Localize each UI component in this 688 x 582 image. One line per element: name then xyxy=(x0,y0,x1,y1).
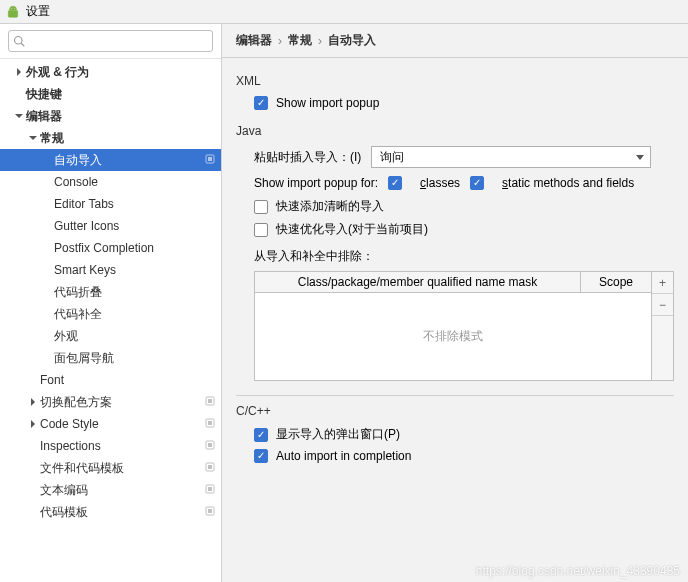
spacer xyxy=(28,507,38,517)
tree-item-label: Code Style xyxy=(40,417,201,431)
spacer xyxy=(14,89,24,99)
tree-item-label: 代码模板 xyxy=(40,504,201,521)
tree-item-label: 面包屑导航 xyxy=(54,350,215,367)
remove-exclude-button[interactable]: − xyxy=(652,294,673,316)
spacer xyxy=(28,441,38,451)
svg-point-0 xyxy=(11,8,12,9)
tree-item[interactable]: Code Style xyxy=(0,413,221,435)
breadcrumb-item: 自动导入 xyxy=(328,32,376,49)
paste-insert-imports-label: 粘贴时插入导入：(I) xyxy=(254,149,361,166)
tree-item-label: 常规 xyxy=(40,130,215,147)
project-scope-icon xyxy=(205,395,215,409)
breadcrumb-item[interactable]: 编辑器 xyxy=(236,32,272,49)
spacer xyxy=(42,265,52,275)
tree-item-label: 代码补全 xyxy=(54,306,215,323)
tree-item[interactable]: 外观 & 行为 xyxy=(0,61,221,83)
chevron-right-icon: › xyxy=(278,34,282,48)
xml-show-import-popup-checkbox[interactable] xyxy=(254,96,268,110)
svg-point-2 xyxy=(15,37,23,45)
tree-item-label: Console xyxy=(54,175,215,189)
tree-item[interactable]: 外观 xyxy=(0,325,221,347)
spacer xyxy=(42,287,52,297)
svg-rect-9 xyxy=(208,421,212,425)
tree-item[interactable]: 代码补全 xyxy=(0,303,221,325)
tree-item[interactable]: Editor Tabs xyxy=(0,193,221,215)
spacer xyxy=(42,177,52,187)
spacer xyxy=(28,485,38,495)
tree-item-label: 自动导入 xyxy=(54,152,201,169)
static-methods-checkbox[interactable] xyxy=(470,176,484,190)
table-col-scope[interactable]: Scope xyxy=(581,272,651,292)
ccpp-show-popup-label: 显示导入的弹出窗口(P) xyxy=(276,426,400,443)
spacer xyxy=(28,375,38,385)
spacer xyxy=(42,353,52,363)
exclude-table: Class/package/member qualified name mask… xyxy=(254,271,652,381)
chevron-right-icon xyxy=(28,419,38,429)
android-icon xyxy=(6,5,20,19)
spacer xyxy=(28,463,38,473)
svg-point-1 xyxy=(14,8,15,9)
tree-item[interactable]: Gutter Icons xyxy=(0,215,221,237)
static-methods-label: static methods and fields xyxy=(502,176,634,190)
project-scope-icon xyxy=(205,417,215,431)
svg-rect-5 xyxy=(208,157,212,161)
select-value: 询问 xyxy=(380,149,404,166)
tree-item-label: Editor Tabs xyxy=(54,197,215,211)
tree-item[interactable]: 代码模板 xyxy=(0,501,221,523)
add-unambiguous-checkbox[interactable] xyxy=(254,200,268,214)
chevron-right-icon xyxy=(28,397,38,407)
tree-item[interactable]: Console xyxy=(0,171,221,193)
watermark: https://blog.csdn.net/weixin_43390435 xyxy=(476,564,680,578)
tree-item[interactable]: 面包屑导航 xyxy=(0,347,221,369)
tree-item-label: 编辑器 xyxy=(26,108,215,125)
main-panel: 编辑器 › 常规 › 自动导入 XML Show import popup Ja… xyxy=(222,24,688,582)
tree-item[interactable]: 代码折叠 xyxy=(0,281,221,303)
paste-insert-imports-select[interactable]: 询问 xyxy=(371,146,651,168)
svg-rect-11 xyxy=(208,443,212,447)
breadcrumb-item[interactable]: 常规 xyxy=(288,32,312,49)
svg-rect-17 xyxy=(208,509,212,513)
tree-item[interactable]: 编辑器 xyxy=(0,105,221,127)
table-col-name[interactable]: Class/package/member qualified name mask xyxy=(255,272,581,292)
spacer xyxy=(42,331,52,341)
tree-item[interactable]: 快捷键 xyxy=(0,83,221,105)
chevron-right-icon xyxy=(14,67,24,77)
search-icon xyxy=(13,35,25,47)
tree-item-label: Gutter Icons xyxy=(54,219,215,233)
chevron-down-icon xyxy=(14,111,24,121)
add-exclude-button[interactable]: + xyxy=(652,272,673,294)
tree-item[interactable]: Smart Keys xyxy=(0,259,221,281)
tree-item[interactable]: 文本编码 xyxy=(0,479,221,501)
tree-item-label: 外观 & 行为 xyxy=(26,64,215,81)
classes-checkbox[interactable] xyxy=(388,176,402,190)
optimize-imports-checkbox[interactable] xyxy=(254,223,268,237)
search-input[interactable] xyxy=(8,30,213,52)
xml-section-label: XML xyxy=(236,74,674,88)
tree-item-label: 文本编码 xyxy=(40,482,201,499)
tree-item[interactable]: 常规 xyxy=(0,127,221,149)
tree-item[interactable]: Font xyxy=(0,369,221,391)
ccpp-auto-import-label: Auto import in completion xyxy=(276,449,411,463)
section-divider xyxy=(236,395,674,396)
ccpp-auto-import-checkbox[interactable] xyxy=(254,449,268,463)
tree-item-label: Smart Keys xyxy=(54,263,215,277)
project-scope-icon xyxy=(205,461,215,475)
spacer xyxy=(42,221,52,231)
project-scope-icon xyxy=(205,505,215,519)
ccpp-show-popup-checkbox[interactable] xyxy=(254,428,268,442)
spacer xyxy=(42,309,52,319)
settings-tree: 外观 & 行为快捷键编辑器常规自动导入ConsoleEditor TabsGut… xyxy=(0,59,221,582)
chevron-right-icon: › xyxy=(318,34,322,48)
tree-item[interactable]: Postfix Completion xyxy=(0,237,221,259)
svg-rect-7 xyxy=(208,399,212,403)
project-scope-icon xyxy=(205,439,215,453)
xml-show-import-popup-label: Show import popup xyxy=(276,96,379,110)
tree-item-label: 外观 xyxy=(54,328,215,345)
tree-item[interactable]: 自动导入 xyxy=(0,149,221,171)
chevron-down-icon xyxy=(28,133,38,143)
tree-item[interactable]: 切换配色方案 xyxy=(0,391,221,413)
tree-item[interactable]: Inspections xyxy=(0,435,221,457)
exclude-label: 从导入和补全中排除： xyxy=(254,248,674,265)
classes-label: classes xyxy=(420,176,460,190)
tree-item[interactable]: 文件和代码模板 xyxy=(0,457,221,479)
